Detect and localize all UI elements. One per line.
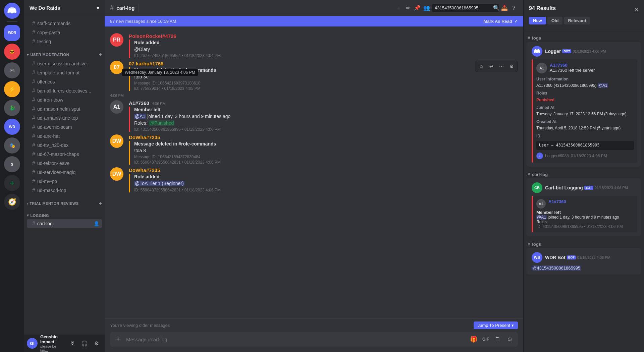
channel-name: copy-pasta xyxy=(37,30,60,35)
result-sub-avatar: A1 xyxy=(536,199,546,209)
channel-item-ud-masori-top[interactable]: # ud-masori-top xyxy=(27,186,102,195)
chevron-down-icon: ▾ xyxy=(27,213,29,218)
channel-name: ud-avernic-scam xyxy=(37,124,72,130)
channel-item-user-discussion-archive[interactable]: # user-discussion-archive xyxy=(27,59,102,68)
hash-icon: # xyxy=(32,30,35,36)
channel-item-ud-avernic-scam[interactable]: # ud-avernic-scam xyxy=(27,123,102,131)
channel-item-ud-masori-helm-sput[interactable]: # ud-masori-helm-sput xyxy=(27,105,102,113)
emoji-button[interactable]: ☺ xyxy=(504,334,515,345)
channel-item-ud-mv-pp[interactable]: # ud-mv-pp xyxy=(27,177,102,186)
timestamp-label: 4:06 PM xyxy=(105,92,523,99)
members-button[interactable]: 👥 xyxy=(423,4,431,12)
channel-label: logs xyxy=(532,36,541,41)
channel-name: template-and-format xyxy=(37,70,79,75)
channel-name: ud-tekton-leave xyxy=(37,161,70,166)
channel-item-ban-all-lurers[interactable]: # ban-all-lurers-detectives... xyxy=(27,86,102,95)
channel-item-carl-log[interactable]: # carl-log 👤 xyxy=(27,219,102,228)
header-actions: ≡ ✏ 📌 👥 🔍 📥 ? xyxy=(394,4,518,12)
reply-button[interactable]: ↩ xyxy=(487,62,496,71)
channel-item-template-and-format[interactable]: # template-and-format xyxy=(27,68,102,77)
channel-item-ud-ttv-h20-dex[interactable]: # ud-ttv_h20-dex xyxy=(27,141,102,150)
message-time: 4:06 PM xyxy=(152,102,166,106)
hash-icon: # xyxy=(32,133,35,139)
category-logging[interactable]: ▾ LOGGING xyxy=(24,208,105,219)
category-trial-mentor-reviews[interactable]: › TRIAL MENTOR REVIEWS + xyxy=(24,195,105,208)
server-name: We Do Raids xyxy=(30,5,60,11)
server-icon-7[interactable]: 🎭 xyxy=(4,137,20,154)
server-icon-5[interactable]: 🐉 xyxy=(4,100,20,116)
apps-button[interactable]: ⚙ xyxy=(507,62,516,71)
header-divider xyxy=(139,4,139,12)
channel-item-testing[interactable]: # testing xyxy=(27,37,102,46)
message-body: !toa 8 xyxy=(134,148,518,154)
channel-item-ud-anc-hat[interactable]: # ud-anc-hat xyxy=(27,132,102,140)
channel-item-staff-commands[interactable]: # staff-commands xyxy=(27,19,102,28)
add-server-button[interactable]: + xyxy=(4,175,20,191)
threads-button[interactable]: ≡ xyxy=(394,4,402,12)
server-icon-4[interactable]: ⚡ xyxy=(4,81,20,97)
channel-item-ud-tekton-leave[interactable]: # ud-tekton-leave xyxy=(27,159,102,168)
edit-button[interactable]: ✏ xyxy=(404,4,412,12)
hash-icon: # xyxy=(32,169,35,175)
add-channel-button[interactable]: + xyxy=(99,52,102,58)
search-filter-buttons: New Old Relevant xyxy=(529,17,639,24)
hash-icon: # xyxy=(32,115,35,121)
message-title: Message deleted in #role-commands xyxy=(134,141,518,148)
message-title: Role added xyxy=(134,40,518,46)
close-search-button[interactable]: ✕ xyxy=(634,7,639,13)
channel-item-ud-services-magiq[interactable]: # ud-services-magiq xyxy=(27,168,102,177)
inbox-button[interactable]: 📥 xyxy=(500,4,508,12)
message-body: @A1 joined 1 day, 3 hours and 9 minutes … xyxy=(134,113,518,120)
message-input[interactable] xyxy=(126,337,466,342)
messages-area[interactable]: PR PoisonRocket#4726 Role added @Diary I… xyxy=(105,26,523,318)
category-user-moderation[interactable]: ▾ USER MODERATION + xyxy=(24,46,105,59)
channel-item-ud-armanis-anc-top[interactable]: # ud-armanis-anc-top xyxy=(27,114,102,122)
server-header[interactable]: We Do Raids ▾ xyxy=(24,0,105,16)
bot-badge: BOT xyxy=(584,186,593,190)
search-box[interactable]: 🔍 xyxy=(432,4,499,12)
result-sub-author: A1#7360 xyxy=(548,199,566,204)
gift-button[interactable]: 🎁 xyxy=(468,334,479,345)
mark-as-read-button[interactable]: Mark As Read ✓ xyxy=(484,19,518,24)
sticker-button[interactable]: 🗒 xyxy=(492,334,503,345)
react-button[interactable]: ☺ xyxy=(477,62,486,71)
result-author: WDR Bot xyxy=(545,255,566,260)
server-icon-we-do-raids[interactable]: WDR xyxy=(4,25,20,41)
joined-at-text: Tuesday, January 17, 2023 12:56 PM (3 da… xyxy=(536,111,634,117)
filter-relevant-button[interactable]: Relevant xyxy=(564,17,590,24)
list-item: CB Carl-bot Logging BOT 01/18/2023 4:06 … xyxy=(526,178,641,236)
pin-button[interactable]: 📌 xyxy=(413,4,421,12)
server-icon-6[interactable]: WD xyxy=(4,119,20,135)
jump-to-present-button[interactable]: Jump To Present ▾ xyxy=(474,321,518,329)
help-button[interactable]: ? xyxy=(510,4,518,12)
search-results-list: # logs Logger BOT 01/18/2023 4:06 PM xyxy=(524,30,644,352)
channel-item-ud-iron-tbow[interactable]: # ud-iron-tbow xyxy=(27,96,102,104)
channel-hash-icon: # xyxy=(110,4,114,12)
channel-item-offences[interactable]: # offences xyxy=(27,77,102,86)
channel-item-ud-67-masori-chaps[interactable]: # ud-67-masori-chaps xyxy=(27,150,102,159)
gif-button[interactable]: GIF xyxy=(480,334,491,345)
channel-name: user-discussion-archive xyxy=(37,61,87,66)
result-channel-header: # logs xyxy=(526,239,641,248)
older-messages-banner: You're viewing older messages Jump To Pr… xyxy=(105,318,523,332)
server-icon-8[interactable]: S xyxy=(4,156,20,172)
settings-button[interactable]: ⚙ xyxy=(91,338,102,349)
result-sub-user-left: A1#7360 left the server xyxy=(550,68,595,73)
deafen-button[interactable]: 🎧 xyxy=(79,338,90,349)
search-input[interactable] xyxy=(435,5,491,10)
result-avatar: WB xyxy=(532,252,542,263)
avatar: GI xyxy=(27,338,38,349)
hash-icon: # xyxy=(32,79,35,85)
server-icon-3[interactable]: 🎮 xyxy=(4,62,20,78)
filter-new-button[interactable]: New xyxy=(529,17,546,24)
server-icon-2[interactable]: 😎 xyxy=(4,44,20,60)
explore-servers-button[interactable]: 🧭 xyxy=(4,194,20,210)
channel-item-copy-pasta[interactable]: # copy-pasta xyxy=(27,28,102,37)
chevron-down-icon: ▾ xyxy=(97,5,99,11)
discord-home-button[interactable] xyxy=(4,3,20,19)
add-channel-button[interactable]: + xyxy=(99,200,102,207)
more-options-button[interactable]: ⋯ xyxy=(497,62,506,71)
attach-button[interactable]: + xyxy=(113,334,123,345)
filter-old-button[interactable]: Old xyxy=(547,17,563,24)
mute-button[interactable]: 🎙 xyxy=(67,338,78,349)
